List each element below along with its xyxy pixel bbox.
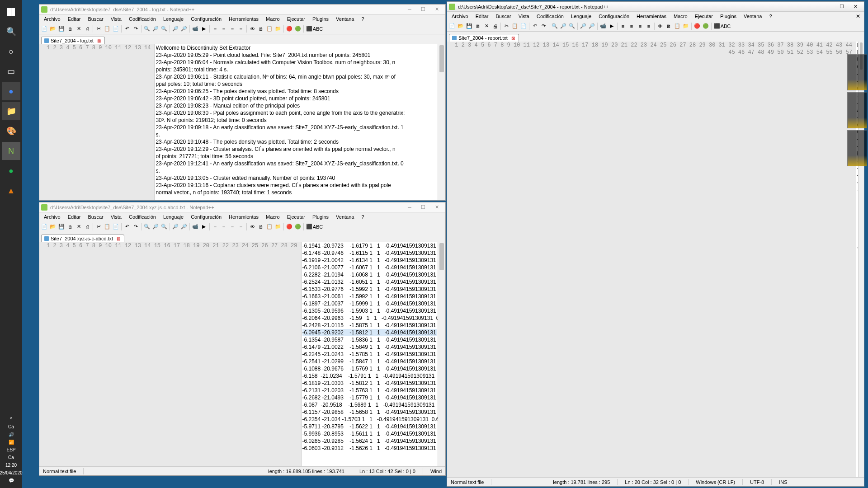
toolbar-button[interactable]: 🗎 — [665, 22, 673, 30]
toolbar-button[interactable]: 🖨 — [83, 25, 91, 33]
toolbar-button[interactable]: 🔍 — [143, 223, 151, 231]
maximize-button[interactable]: ☐ — [416, 203, 430, 211]
toolbar-button[interactable]: ↶ — [123, 25, 131, 33]
toolbar-button[interactable]: 🗎 — [257, 223, 265, 231]
toolbar-button[interactable]: 🗎 — [66, 223, 74, 231]
menu-lenguaje[interactable]: Lenguaje — [567, 13, 595, 20]
notifications-icon[interactable]: 💬 — [9, 478, 14, 483]
clock-time[interactable]: 12:20 — [5, 463, 17, 468]
menu-codificación[interactable]: Codificación — [533, 13, 567, 20]
menu-vista[interactable]: Vista — [515, 13, 533, 20]
menu-?[interactable]: ? — [358, 15, 368, 23]
toolbar-button[interactable]: 📁 — [682, 22, 690, 30]
toolbar-button[interactable]: 📋 — [265, 25, 274, 33]
toolbar-button[interactable]: 📄 — [40, 223, 48, 231]
minimize-button[interactable]: ─ — [403, 5, 416, 14]
menu-lenguaje[interactable]: Lenguaje — [160, 15, 187, 23]
toolbar-button[interactable]: 🔴 — [285, 25, 293, 33]
text-content[interactable]: Wellcome to Discontinuity Set Extractor2… — [155, 44, 438, 200]
menu-ejecutar[interactable]: Ejecutar — [283, 213, 309, 221]
toolbar-button[interactable]: ↷ — [132, 25, 140, 33]
toolbar-button[interactable]: ✕ — [75, 223, 83, 231]
menu-?[interactable]: ? — [358, 213, 368, 221]
menu-macro[interactable]: Macro — [670, 13, 691, 20]
file-tab[interactable]: Site7_2004 xyz-js-c-abcd.txt ⊠ — [41, 235, 124, 242]
volume-icon[interactable]: 🔊 — [9, 432, 14, 437]
toolbar-button[interactable]: 🔎 — [151, 223, 160, 231]
menu-configuración[interactable]: Configuración — [595, 13, 633, 20]
menu-macro[interactable]: Macro — [262, 15, 283, 23]
toolbar-button[interactable]: 🟢 — [294, 25, 302, 33]
toolbar-button[interactable]: ≡ — [645, 22, 653, 30]
toolbar-button[interactable]: ⬛ — [305, 223, 313, 231]
toolbar-button[interactable]: ⬛ — [713, 22, 721, 30]
menu-archivo[interactable]: Archivo — [40, 213, 64, 221]
toolbar-button[interactable]: 📄 — [519, 22, 528, 30]
toolbar-button[interactable]: ✕ — [75, 25, 83, 33]
toolbar-button[interactable]: ≡ — [228, 223, 236, 231]
menu-archivo[interactable]: Archivo — [40, 15, 64, 23]
maximize-button[interactable]: ☐ — [416, 5, 430, 14]
cast-icon[interactable]: Ca — [8, 424, 14, 429]
toolbar-button[interactable]: 💾 — [57, 223, 66, 231]
menu-codificación[interactable]: Codificación — [125, 15, 160, 23]
tab-close-icon[interactable]: ⊠ — [510, 35, 516, 41]
toolbar-button[interactable]: ABC — [722, 22, 730, 30]
toolbar-button[interactable]: 📁 — [274, 25, 282, 33]
minimize-button[interactable]: ─ — [403, 203, 416, 211]
toolbar-button[interactable]: 📂 — [49, 223, 57, 231]
toolbar-button[interactable]: 📄 — [112, 25, 120, 33]
toolbar-button[interactable]: ✕ — [482, 22, 491, 30]
toolbar-button[interactable]: 📋 — [103, 25, 111, 33]
scrollbar-vertical[interactable] — [438, 242, 445, 466]
menu-?[interactable]: ? — [765, 13, 775, 20]
toolbar-button[interactable]: 🔴 — [693, 22, 701, 30]
toolbar-button[interactable]: 🗎 — [257, 25, 265, 33]
menu-vista[interactable]: Vista — [107, 213, 125, 221]
toolbar-button[interactable]: 🖨 — [491, 22, 499, 30]
cortana-icon[interactable]: ○ — [2, 42, 20, 61]
toolbar-button[interactable]: ▶ — [200, 25, 208, 33]
menu-archivo[interactable]: Archivo — [448, 13, 472, 20]
paint-icon[interactable]: 🎨 — [2, 122, 20, 140]
menu-lenguaje[interactable]: Lenguaje — [160, 213, 187, 221]
menu-codificación[interactable]: Codificación — [125, 213, 160, 221]
toolbar-button[interactable]: 🔎 — [180, 25, 188, 33]
menu-vista[interactable]: Vista — [107, 15, 125, 23]
menu-editar[interactable]: Editar — [64, 15, 85, 23]
toolbar-button[interactable]: 📹 — [191, 223, 199, 231]
toolbar-button[interactable]: ABC — [314, 25, 322, 33]
toolbar-button[interactable]: ≡ — [237, 25, 245, 33]
maximize-button[interactable]: ☐ — [835, 3, 849, 11]
menu-ejecutar[interactable]: Ejecutar — [691, 13, 717, 20]
spotify-icon[interactable]: ● — [2, 162, 20, 180]
explorer-icon[interactable]: 📁 — [2, 102, 20, 120]
toolbar-button[interactable]: 🔎 — [579, 22, 587, 30]
toolbar-button[interactable]: 📹 — [191, 25, 199, 33]
chevron-up-icon[interactable]: ^ — [10, 417, 12, 422]
start-button[interactable] — [2, 3, 20, 21]
toolbar-button[interactable]: 📋 — [265, 223, 274, 231]
toolbar-button[interactable]: 🔍 — [568, 22, 576, 30]
menu-herramientas[interactable]: Herramientas — [225, 213, 262, 221]
battery-icon[interactable]: Ca — [8, 455, 14, 460]
toolbar-button[interactable]: ≡ — [228, 25, 236, 33]
file-tab[interactable]: Site7_2004 - report.txt ⊠ — [449, 34, 519, 42]
menu-editar[interactable]: Editar — [472, 13, 492, 20]
toolbar-button[interactable]: ≡ — [211, 223, 219, 231]
toolbar-button[interactable]: 📋 — [673, 22, 681, 30]
toolbar-button[interactable]: 🔍 — [551, 22, 559, 30]
close-button[interactable]: ✕ — [430, 5, 443, 14]
toolbar-button[interactable]: ▶ — [608, 22, 616, 30]
menu-herramientas[interactable]: Herramientas — [225, 15, 262, 23]
toolbar-button[interactable]: 🖨 — [83, 223, 91, 231]
menu-ventana[interactable]: Ventana — [332, 15, 358, 23]
menu-buscar[interactable]: Buscar — [492, 13, 514, 20]
toolbar-button[interactable]: ↶ — [123, 223, 131, 231]
toolbar-button[interactable]: ↶ — [531, 22, 539, 30]
menu-configuración[interactable]: Configuración — [187, 15, 225, 23]
network-icon[interactable]: 📶 — [9, 440, 14, 445]
menu-ventana[interactable]: Ventana — [740, 13, 765, 20]
menu-ejecutar[interactable]: Ejecutar — [283, 15, 309, 23]
toolbar-button[interactable]: 💾 — [465, 22, 473, 30]
